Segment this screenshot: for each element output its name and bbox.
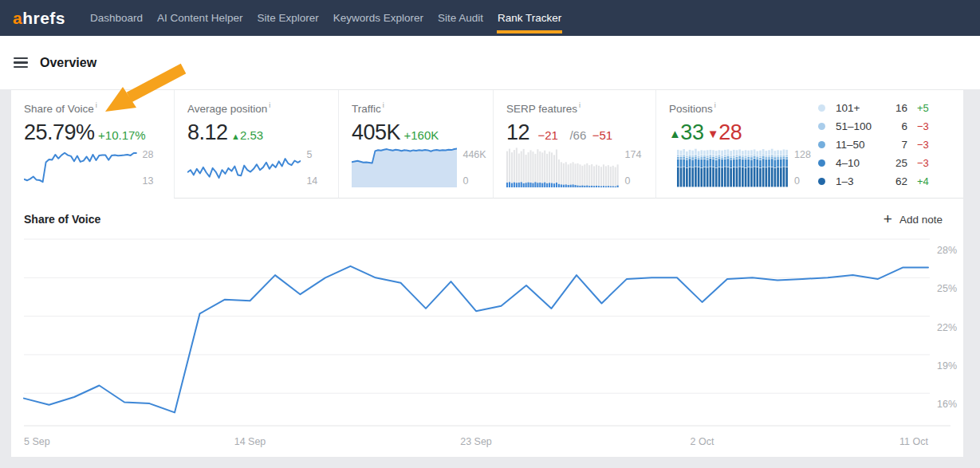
share-of-voice-chart[interactable]: 28%25%22%19%16%5 Sep14 Sep23 Sep2 Oct11 … — [11, 199, 963, 455]
svg-text:25%: 25% — [937, 283, 957, 294]
serp-features-sparkline[interactable]: 1740 — [506, 146, 652, 187]
legend-delta: −3 — [917, 120, 941, 132]
legend-dot-51-100 — [818, 123, 825, 130]
svg-text:23 Sep: 23 Sep — [460, 436, 492, 447]
add-note-button[interactable]: +Add note — [884, 210, 943, 228]
legend-row[interactable]: 51–1006−3 — [818, 117, 952, 136]
legend-count: 16 — [885, 102, 907, 114]
legend-dot-1-3 — [818, 178, 825, 185]
nav-item-site-audit[interactable]: Site Audit — [431, 0, 490, 36]
legend-dot-101plus — [818, 104, 825, 112]
legend-delta: +5 — [917, 102, 941, 114]
nav-item-keywords-explorer[interactable]: Keywords Explorer — [326, 0, 431, 36]
svg-text:5 Sep: 5 Sep — [24, 436, 50, 447]
serp-features-total-delta: −51 — [592, 128, 612, 142]
legend-dot-11-50 — [818, 141, 825, 148]
legend-range: 51–100 — [836, 120, 885, 132]
legend-range: 11–50 — [836, 139, 885, 151]
sparkline-axis-labels: 446K0 — [457, 146, 490, 187]
logo-rest: hrefs — [22, 9, 65, 27]
svg-text:28%: 28% — [937, 245, 957, 256]
page-title: Overview — [40, 56, 96, 70]
traffic-delta: +160K — [404, 128, 439, 142]
legend-range: 101+ — [836, 102, 885, 114]
nav-item-site-explorer[interactable]: Site Explorer — [250, 0, 325, 36]
legend-delta: −3 — [917, 157, 941, 169]
serp-features-delta: −21 — [538, 128, 558, 142]
legend-range: 4–10 — [836, 157, 885, 169]
hamburger-menu-icon[interactable] — [14, 57, 28, 68]
legend-row[interactable]: 4–1025−3 — [818, 154, 952, 172]
content-panel: Share of Voicei 25.79% +10.17% 2813 Aver… — [11, 89, 963, 457]
sov-delta: +10.17% — [98, 128, 146, 142]
metric-card-traffic[interactable]: Traffici 405K +160K 446K0 — [338, 90, 493, 199]
traffic-sparkline[interactable]: 446K0 — [352, 146, 490, 187]
sparkline-axis-labels: 514 — [301, 146, 335, 187]
nav-item-dashboard[interactable]: Dashboard — [83, 0, 150, 36]
metric-tabs: Share of Voicei 25.79% +10.17% 2813 Aver… — [11, 90, 963, 199]
svg-text:11 Oct: 11 Oct — [899, 436, 928, 447]
up-triangle-icon: ▲ — [669, 127, 680, 140]
metric-card-serp-features[interactable]: SERP featuresi 12 −21 /66 −51 1740 — [493, 90, 655, 199]
info-icon[interactable]: i — [579, 101, 581, 109]
metric-card-average-position[interactable]: Average positioni 8.12 ▲2.53 514 — [174, 90, 338, 199]
serp-features-total: /66 — [569, 128, 586, 142]
info-icon[interactable]: i — [383, 101, 384, 109]
info-icon[interactable]: i — [714, 101, 716, 109]
positions-down: ▼28 — [707, 120, 742, 144]
logo-a: a — [13, 9, 22, 27]
info-icon[interactable]: i — [269, 101, 270, 109]
sparkline-axis-labels: 1740 — [620, 146, 652, 187]
info-icon[interactable]: i — [96, 101, 97, 109]
card-title: Share of Voicei — [24, 101, 174, 115]
metric-card-share-of-voice[interactable]: Share of Voicei 25.79% +10.17% 2813 — [11, 90, 174, 199]
legend-dot-4-10 — [818, 159, 825, 167]
card-title: Traffici — [352, 101, 493, 115]
legend-row[interactable]: 101+16+5 — [818, 99, 952, 117]
nav-items: Dashboard AI Content Helper Site Explore… — [83, 0, 569, 36]
avg-position-sparkline[interactable]: 514 — [187, 146, 335, 187]
traffic-value: 405K — [352, 120, 400, 144]
legend-range: 1–3 — [836, 175, 885, 187]
svg-text:14 Sep: 14 Sep — [234, 436, 266, 447]
svg-text:16%: 16% — [937, 399, 957, 410]
legend-row[interactable]: 1–362+4 — [818, 172, 952, 191]
positions-up: ▲33 — [669, 120, 703, 144]
ahrefs-logo[interactable]: ahrefs — [13, 9, 65, 28]
up-triangle-icon: ▲ — [231, 132, 240, 141]
top-nav: ahrefs Dashboard AI Content Helper Site … — [0, 0, 980, 36]
sov-value: 25.79% — [24, 120, 95, 144]
legend-delta: +4 — [917, 175, 941, 187]
legend-count: 62 — [885, 175, 907, 187]
legend-count: 25 — [885, 157, 907, 169]
svg-text:22%: 22% — [937, 322, 957, 333]
avg-position-delta: ▲2.53 — [231, 128, 263, 142]
avg-position-value: 8.12 — [187, 120, 228, 144]
metric-card-positions[interactable]: Positionsi ▲33 ▼28 1280 101+16+5 51–1006… — [655, 90, 963, 199]
serp-features-value: 12 — [506, 120, 529, 144]
page-header: Overview — [0, 36, 980, 89]
plus-icon: + — [884, 210, 892, 228]
legend-row[interactable]: 11–507−3 — [818, 136, 952, 154]
sov-sparkline[interactable]: 2813 — [24, 146, 171, 187]
svg-text:19%: 19% — [937, 360, 957, 372]
legend-delta: −3 — [917, 139, 941, 151]
sparkline-axis-labels: 2813 — [137, 146, 171, 187]
positions-legend: 101+16+5 51–1006−3 11–507−3 4–1025−3 1–3… — [818, 99, 952, 191]
nav-item-rank-tracker[interactable]: Rank Tracker — [490, 0, 569, 36]
legend-count: 6 — [885, 120, 907, 132]
card-title: Average positioni — [187, 101, 338, 115]
nav-item-ai-content-helper[interactable]: AI Content Helper — [150, 0, 250, 36]
legend-count: 7 — [885, 139, 907, 151]
main-chart-section: Share of Voice +Add note 28%25%22%19%16%… — [11, 199, 963, 457]
positions-sparkline[interactable]: 1280 — [677, 146, 830, 187]
svg-text:2 Oct: 2 Oct — [691, 436, 714, 447]
down-triangle-icon: ▼ — [707, 127, 718, 140]
app-window: { "nav": { "logo": { "prefix": "a", "res… — [0, 0, 980, 468]
card-title: SERP featuresi — [506, 101, 655, 115]
chart-title: Share of Voice — [24, 213, 100, 226]
